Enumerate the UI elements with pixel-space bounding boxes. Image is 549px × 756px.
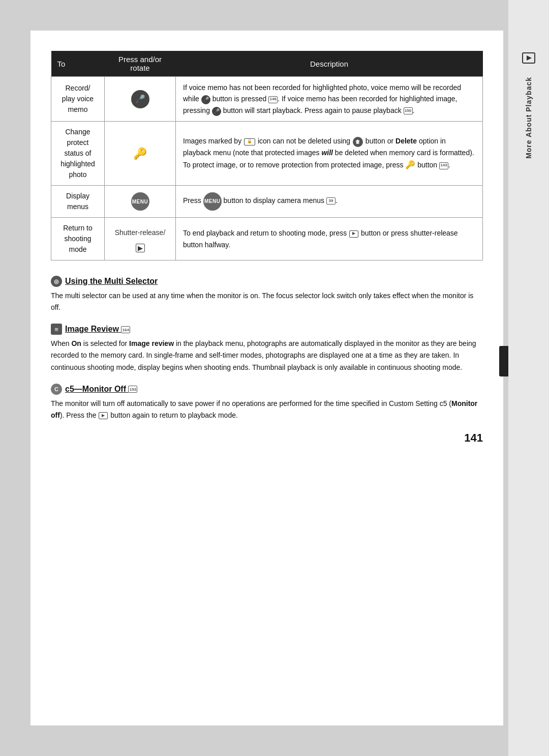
playback-table: To Press and/or rotate Description Recor…	[51, 51, 483, 260]
protect-mark-icon: 🔒	[244, 138, 255, 146]
playback-btn-icon2: ▶	[99, 412, 108, 419]
ref-icon-146: 146	[268, 96, 278, 103]
playback-btn-icon: ▶	[349, 230, 358, 238]
desc-cell-voice: If voice memo has not been recorded for …	[176, 77, 483, 122]
inline-voice-icon2: 🎤	[212, 107, 221, 116]
key-inline-icon: 🔑	[405, 160, 415, 169]
section-monitor-off: C c5—Monitor Off 193 The monitor will tu…	[51, 384, 483, 421]
table-row: Displaymenus MENU Press MENU button to d…	[51, 186, 483, 218]
table-row: Changeprotectstatus ofhighlightedphoto 🔑…	[51, 122, 483, 186]
sidebar-playback-icon	[522, 51, 536, 68]
col-header-desc: Description	[176, 51, 483, 77]
section-image-review: ≡ Image Review 164 When On is selected f…	[51, 324, 483, 373]
ref-icon-193: 193	[128, 386, 137, 393]
section-title-text-image-review: Image Review 164	[65, 325, 130, 334]
ref-icon-39: 39	[326, 197, 336, 205]
sidebar-black-tab	[499, 346, 508, 376]
press-cell-protect: 🔑	[105, 122, 176, 186]
to-cell-menu: Displaymenus	[51, 186, 105, 218]
menu-inline-icon: MENU	[203, 192, 222, 211]
table-row: Record/play voicememo 🎤 If voice memo ha…	[51, 77, 483, 122]
image-review-icon: ≡	[51, 324, 62, 335]
section-body-multi: The multi selector can be used at any ti…	[51, 290, 483, 313]
key-icon: 🔑	[133, 147, 147, 160]
desc-cell-protect: Images marked by 🔒 icon can not be delet…	[176, 122, 483, 186]
press-cell-voice: 🎤	[105, 77, 176, 122]
section-title-text-monitor-off: c5—Monitor Off 193	[65, 385, 137, 394]
section-title-text-multi: Using the Multi Selector	[65, 277, 158, 286]
col-header-to: To	[51, 51, 105, 77]
desc-cell-menu: Press MENU button to display camera menu…	[176, 186, 483, 218]
ref-icon-164: 164	[121, 326, 130, 333]
press-cell-return: Shutter-release/▶	[105, 218, 176, 260]
sidebar: More About Playback	[508, 0, 549, 756]
page-content: To Press and/or rotate Description Recor…	[30, 31, 503, 725]
section-title-monitor-off: C c5—Monitor Off 193	[51, 384, 483, 395]
multi-selector-icon: ◎	[51, 276, 62, 287]
ref-icon-143: 143	[439, 162, 448, 169]
to-cell-voice: Record/play voicememo	[51, 77, 105, 122]
shutter-release-label: Shutter-release/▶	[115, 228, 166, 252]
section-title-multi: ◎ Using the Multi Selector	[51, 276, 483, 287]
to-cell-return: Return toshootingmode	[51, 218, 105, 260]
section-title-image-review: ≡ Image Review 164	[51, 324, 483, 335]
to-cell-protect: Changeprotectstatus ofhighlightedphoto	[51, 122, 105, 186]
ref-icon-150: 150	[404, 107, 413, 114]
microphone-icon: 🎤	[131, 90, 149, 108]
menu-button-icon: MENU	[131, 192, 149, 211]
col-header-press: Press and/or rotate	[105, 51, 176, 77]
inline-voice-icon: 🎤	[201, 95, 210, 104]
monitor-off-icon: C	[51, 384, 62, 395]
svg-marker-1	[527, 55, 532, 61]
section-body-monitor-off: The monitor will turn off automatically …	[51, 398, 483, 421]
section-multi-selector: ◎ Using the Multi Selector The multi sel…	[51, 276, 483, 313]
table-row: Return toshootingmode Shutter-release/▶ …	[51, 218, 483, 260]
page-number: 141	[51, 431, 483, 445]
sidebar-label: More About Playback	[525, 77, 533, 159]
section-body-image-review: When On is selected for Image review in …	[51, 338, 483, 373]
press-cell-menu: MENU	[105, 186, 176, 218]
delete-btn-icon: 🗑	[353, 137, 363, 147]
desc-cell-return: To end playback and return to shooting m…	[176, 218, 483, 260]
